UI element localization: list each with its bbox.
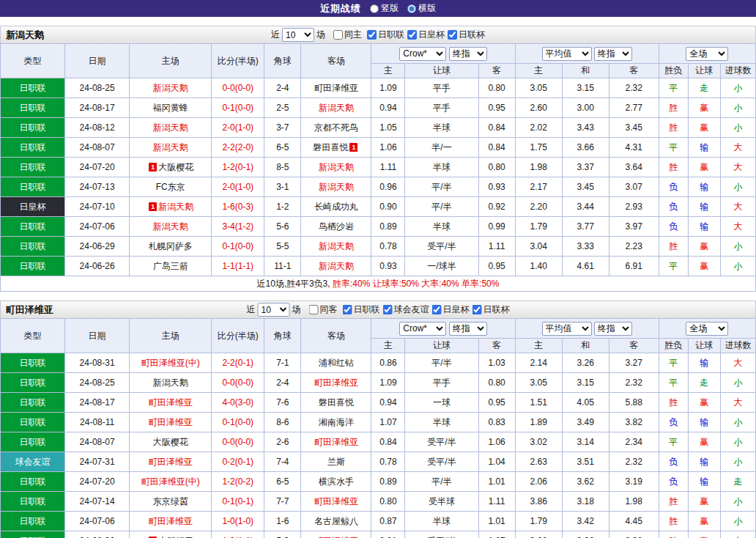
avg-home-cell: 1.89 [515,413,562,432]
league-type-cell: 日职联 [1,98,65,118]
league-filter[interactable]: 日职联 [343,303,380,316]
league-type-cell: 日职联 [1,512,65,531]
league-type-cell: 日职联 [1,531,65,538]
layout-option-vertical[interactable]: 竖版 [370,2,399,15]
layout-option-horizontal[interactable]: 横版 [407,2,436,15]
corner-cell: 7-1 [264,353,301,373]
avg-odds-select[interactable]: 平均值 [542,47,592,61]
league-checkbox[interactable] [407,30,417,40]
handicap-result-cell: 赢 [688,98,720,118]
col-date: 日期 [65,44,130,78]
summary-record: 近10场,胜4平3负3, [257,279,330,289]
league-checkbox[interactable] [343,305,352,314]
goals-result-cell: 走 [720,472,755,492]
goals-result-cell: 小 [720,452,755,472]
league-checkbox[interactable] [432,305,442,314]
match-row: 日职联24-08-11町田泽维亚0-1(0-0)8-6湘南海洋1.07半球0.8… [1,413,756,432]
odds-time-select[interactable]: 终指 [449,322,487,336]
team-label: 新潟天鹅 [319,103,354,113]
away-odds-cell: 0.95 [478,393,515,413]
avg-draw-cell: 3.43 [562,118,609,138]
match-count-select[interactable]: 10 [282,28,314,42]
handicap-cell: 半球 [405,118,478,138]
away-odds-cell: 1.07 [478,531,515,538]
result-cell: 平 [659,78,688,98]
league-filter[interactable]: 日皇杯 [432,303,470,316]
league-checkbox[interactable] [448,30,457,40]
scope-select[interactable]: 全场 [686,322,728,336]
handicap-result-cell: 输 [688,217,720,237]
avg-odds-select[interactable]: 平均值 [542,322,592,336]
filters-bar: 近 10 场 同客 日职联球会友谊日皇杯日联杯 [247,303,510,317]
score-cell: 0-1(0-1) [212,492,264,512]
league-filter[interactable]: 日职联 [367,29,404,41]
handicap-cell: 一球 [405,393,478,413]
corner-cell: 5-3 [264,531,301,538]
result-cell: 胜 [659,531,688,538]
odds-company-select[interactable]: Crow* [399,47,446,61]
team-label: 町田泽维亚 [149,397,193,408]
result-cell: 平 [659,432,688,452]
same-venue-checkbox[interactable] [333,30,343,40]
avg-time-select[interactable]: 终指 [594,47,632,61]
league-filter[interactable]: 球会友谊 [383,303,429,316]
avg-away-cell: 2.93 [609,197,659,217]
away-odds-cell: 1.01 [478,472,515,492]
col-result: 胜负 [659,64,688,78]
avg-home-cell: 3.04 [515,237,562,257]
odds-time-select[interactable]: 终指 [449,47,487,61]
handicap-result-cell: 输 [688,452,720,472]
corner-cell: 3-7 [264,118,301,138]
league-filter[interactable]: 日联杯 [472,303,510,316]
league-filter[interactable]: 日联杯 [448,29,485,41]
team-label: 町田泽维亚 [149,457,193,467]
near-label: 近 [247,303,256,316]
red-card-badge: 1 [149,202,157,211]
avg-away-cell: 3.82 [609,413,659,432]
odds-company-select[interactable]: Crow* [399,322,446,336]
league-checkbox[interactable] [383,305,393,314]
recent-results-table: 类型 日期 主场 比分(半场) 角球 客场 Crow* 终指 平均值 终指 全场 [0,43,756,292]
league-checkbox[interactable] [367,30,377,40]
league-type-cell: 日职联 [1,177,65,197]
same-venue-filter[interactable]: 同客 [309,303,338,316]
same-venue-checkbox[interactable] [309,305,319,314]
away-team-cell: 名古屋鲸八 [301,512,371,531]
home-odds-cell: 0.78 [371,237,405,257]
avg-home-cell: 3.86 [515,492,562,512]
col-type: 类型 [1,44,65,78]
col-avg-away: 客 [609,64,659,78]
scope-select[interactable]: 全场 [686,47,728,61]
score-cell: 0-2(0-1) [212,452,264,472]
home-team-cell: 1大阪钢巴 [130,531,212,538]
home-team-cell: 福冈黄蜂 [130,98,212,118]
home-odds-cell: 0.90 [371,197,405,217]
red-card-badge: 1 [349,143,357,152]
avg-home-cell: 1.79 [515,217,562,237]
league-checkbox[interactable] [472,305,482,314]
score-cell: 2-2(0-1) [212,353,264,373]
match-count-select[interactable]: 10 [258,303,290,317]
corner-cell: 3-1 [264,177,301,197]
avg-time-select[interactable]: 终指 [594,322,632,336]
handicap-cell: 受平/半 [405,237,478,257]
vertical-radio[interactable] [370,4,379,13]
league-filter[interactable]: 日皇杯 [407,29,445,41]
date-cell: 24-07-31 [65,452,130,472]
date-cell: 24-06-30 [65,531,130,538]
match-row: 日职联24-07-13FC东京2-0(1-0)3-1新潟天鹅0.96平/半0.9… [1,177,756,197]
team-name: 町田泽维亚 [6,303,53,317]
same-venue-label: 同客 [320,303,338,316]
horizontal-radio[interactable] [407,4,416,13]
handicap-result-cell: 输 [688,177,720,197]
corner-cell: 5-6 [264,217,301,237]
avg-draw-cell: 3.44 [562,197,609,217]
team-label: 新潟天鹅 [153,377,188,388]
handicap-result-cell: 输 [688,413,720,432]
avg-away-cell: 2.32 [609,452,659,472]
away-team-cell: 京都不死鸟 [301,118,371,138]
scope-select-cell: 全场 [659,319,755,339]
handicap-cell: 半/一 [405,138,478,158]
league-type-cell: 日职联 [1,237,65,257]
same-venue-filter[interactable]: 同主 [333,29,362,41]
